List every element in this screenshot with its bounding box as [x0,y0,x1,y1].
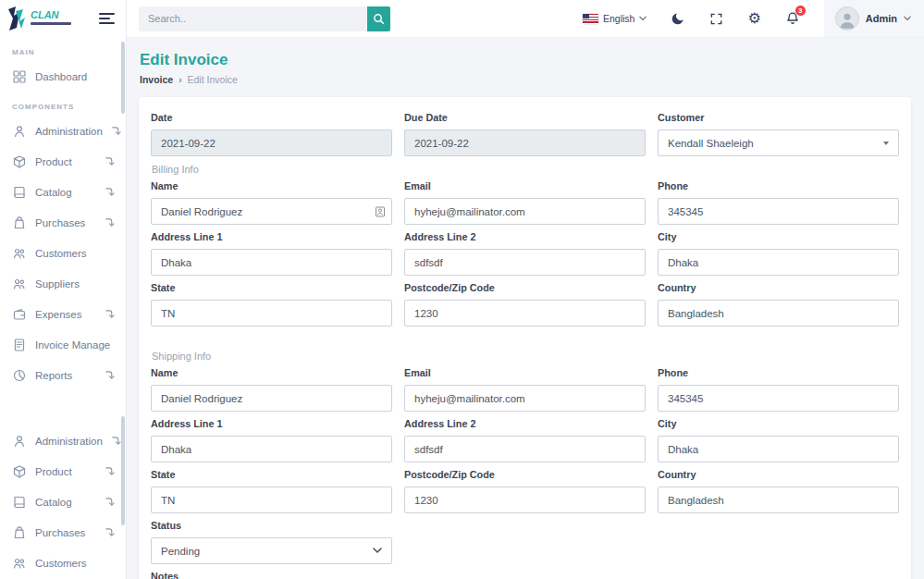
billing-city-label: City [658,232,899,242]
search-input[interactable] [139,6,367,31]
language-selector[interactable]: English [583,13,647,24]
catalog-icon [12,495,27,510]
billing-email-input[interactable] [404,198,646,225]
sidebar-item-label: Customers [35,248,87,259]
billing-info-section-label: Billing Info [152,164,898,175]
sidebar-item-suppliers[interactable]: Suppliers [0,268,126,299]
language-label: English [603,13,634,24]
shipping-name-input[interactable] [151,385,392,412]
administration-icon [12,124,27,139]
billing-name-input[interactable] [151,198,392,225]
shipping-country-input[interactable] [658,487,899,513]
submenu-arrow-icon [105,527,115,537]
date-input[interactable] [151,129,392,156]
shipping-city-input[interactable] [658,436,899,462]
sidebar-item-label: Invoice Manage [35,339,110,351]
sidebar-item-customers[interactable]: Customers [0,238,126,268]
sidebar-item-purchases[interactable]: Purchases [0,207,126,238]
date-label: Date [151,113,392,123]
billing-country-label: Country [658,283,899,293]
sidebar-scrollbar[interactable] [121,416,125,525]
customer-label: Customer [658,113,899,123]
search-bar [139,6,390,31]
billing-address1-input[interactable] [151,249,392,276]
shipping-info-section-label: Shipping Info [152,351,898,362]
sidebar-item-label: Catalog [35,187,72,198]
shipping-state-input[interactable] [151,487,392,513]
product-icon [12,464,27,479]
sidebar-item-administration-2[interactable]: Administration [0,425,126,456]
shipping-address1-label: Address Line 1 [151,419,392,429]
shipping-email-input[interactable] [404,385,646,412]
fullscreen-toggle[interactable] [709,12,723,26]
fullscreen-icon [709,12,723,26]
sidebar-item-administration[interactable]: Administration [0,116,126,146]
submenu-arrow-icon [105,370,115,380]
breadcrumb-separator: › [179,75,181,85]
customers-icon [12,246,27,261]
sidebar-item-catalog[interactable]: Catalog [0,177,126,207]
submenu-arrow-icon [105,497,115,507]
dark-mode-toggle[interactable] [671,11,685,26]
billing-country-input[interactable] [658,300,899,326]
invoice-form-card: Date Due Date Customer Kendall Shaeleigh [139,97,911,579]
purchases-icon [12,216,27,230]
sidebar-item-label: Customers [35,558,87,569]
billing-address2-input[interactable] [404,249,646,276]
settings-button[interactable]: ⚙ [747,11,760,26]
due-date-label: Due Date [404,113,646,123]
sidebar-item-label: Product [35,156,72,167]
submenu-arrow-icon [105,187,115,197]
sidebar-toggle-hamburger-icon[interactable] [99,13,115,24]
due-date-input[interactable] [404,129,646,156]
sidebar-item-dashboard[interactable]: Dashboard [0,61,126,92]
shipping-address1-input[interactable] [151,436,392,462]
expenses-icon [12,307,27,322]
billing-postcode-input[interactable] [404,300,646,326]
contact-autofill-icon[interactable] [375,205,386,217]
sidebar-item-expenses[interactable]: Expenses [0,299,126,329]
sidebar-item-label: Dashboard [35,71,87,82]
billing-address2-label: Address Line 2 [404,232,646,242]
sidebar-item-catalog-2[interactable]: Catalog [0,487,126,517]
notifications-button[interactable]: 3 [785,11,800,26]
shipping-phone-input[interactable] [658,385,899,412]
user-menu[interactable]: Admin [824,0,924,37]
search-button[interactable] [367,6,390,31]
shipping-address2-label: Address Line 2 [404,419,646,429]
status-select[interactable]: Pending [151,537,392,564]
nav-section-main: MAIN [0,37,126,61]
customer-select[interactable]: Kendall Shaeleigh [658,129,899,156]
billing-phone-label: Phone [658,181,899,191]
breadcrumb-invoice-link[interactable]: Invoice [140,74,173,85]
sidebar-item-reports[interactable]: Reports [0,360,126,390]
sidebar-header: CLAN [0,0,126,37]
sidebar-scrollbar[interactable] [121,42,125,114]
billing-email-label: Email [404,181,646,191]
billing-city-input[interactable] [658,249,899,276]
sidebar-item-product-2[interactable]: Product [0,456,126,487]
clan-logo[interactable]: CLAN [6,5,94,32]
sidebar-item-purchases-2[interactable]: Purchases [0,517,126,548]
shipping-postcode-input[interactable] [404,487,646,513]
sidebar-item-label: Expenses [35,309,82,320]
submenu-arrow-icon [105,309,115,319]
submenu-arrow-icon [105,217,115,228]
billing-postcode-label: Postcode/Zip Code [404,283,646,293]
submenu-arrow-icon [105,156,115,166]
sidebar-item-invoice-manage[interactable]: Invoice Manage [0,329,126,360]
chevron-down-icon [904,16,911,21]
invoice-manage-icon [12,338,27,352]
shipping-city-label: City [658,419,899,429]
dashboard-icon [12,69,27,84]
billing-phone-input[interactable] [658,198,899,225]
suppliers-icon [12,277,27,291]
chevron-down-icon [373,548,382,554]
submenu-arrow-icon [111,436,121,446]
sidebar-item-customers-2[interactable]: Customers [0,548,126,578]
breadcrumb: Invoice › Edit Invoice [140,74,911,85]
billing-state-input[interactable] [151,300,392,326]
sidebar-item-product[interactable]: Product [0,146,126,177]
shipping-address2-input[interactable] [404,436,646,462]
nav-section-components: COMPONENTS [0,92,126,116]
